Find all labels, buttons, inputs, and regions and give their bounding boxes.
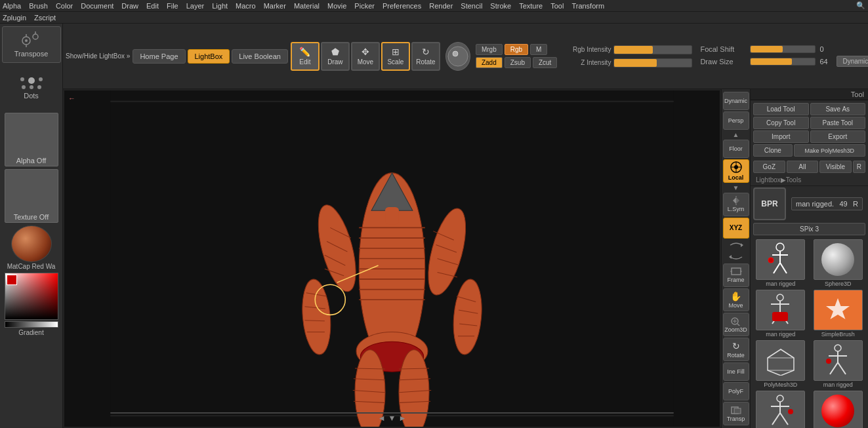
menu-item-render[interactable]: Render xyxy=(429,2,453,10)
lightbox-tools-header[interactable]: Lightbox▶Tools xyxy=(751,174,868,186)
alpha-off-button[interactable]: Alpha Off xyxy=(5,113,58,166)
rotate-view-button[interactable]: ↻ Rotate xyxy=(723,338,749,361)
menu-item-color[interactable]: Color xyxy=(56,2,73,10)
move-button[interactable]: ✥ Move xyxy=(351,42,380,71)
make-polymesh-button[interactable]: Make PolyMesh3D xyxy=(794,144,865,157)
transp-button[interactable]: Transp xyxy=(723,402,749,425)
rgb-button[interactable]: Rgb xyxy=(505,44,528,55)
export-button[interactable]: Export xyxy=(810,130,866,143)
svg-rect-74 xyxy=(734,408,741,414)
move-view-button[interactable]: ✋ Move xyxy=(723,288,749,312)
dynamic-button[interactable]: Dynamic xyxy=(837,56,868,67)
draw-size-track[interactable] xyxy=(750,58,816,66)
xyz-button[interactable]: XYZ xyxy=(723,218,749,239)
texture-off-button[interactable]: Texture Off xyxy=(5,169,58,223)
ine-fill-button[interactable]: Ine Fill xyxy=(723,362,749,381)
frame-button[interactable]: Frame xyxy=(723,263,749,287)
menu-item-texture[interactable]: Texture xyxy=(519,2,543,10)
gradient-bar[interactable] xyxy=(5,321,58,328)
menu-item-material[interactable]: Material xyxy=(294,2,320,10)
brush-circle[interactable] xyxy=(445,42,470,71)
svg-rect-66 xyxy=(732,268,741,275)
focal-area: Focal Shift 0 Draw Size 64 Dynamic xyxy=(700,45,868,67)
menu-item-file[interactable]: File xyxy=(167,2,178,10)
menu-item-zplugin[interactable]: Zplugin xyxy=(3,14,26,22)
save-as-button[interactable]: Save As xyxy=(810,103,866,115)
persp-button[interactable]: Persp xyxy=(723,111,749,130)
draw-size-value: 64 xyxy=(819,58,833,66)
paste-tool-button[interactable]: Paste Tool xyxy=(810,117,866,129)
focal-shift-track[interactable] xyxy=(750,45,816,53)
visible-button[interactable]: Visible xyxy=(819,161,852,173)
menu-item-alpha[interactable]: Alpha xyxy=(3,2,21,10)
z-intensity-track[interactable] xyxy=(613,58,692,68)
local-button[interactable]: Local xyxy=(723,159,749,183)
tool-thumb-polymesh3d[interactable]: PolyMesh3D xyxy=(753,340,808,388)
edit-button[interactable]: ✏️ Edit xyxy=(291,42,320,71)
tool-thumb-man-rigged-1[interactable]: man rigged xyxy=(753,239,808,287)
all-button[interactable]: All xyxy=(787,161,819,173)
lsym-button[interactable]: L.Sym xyxy=(723,193,749,216)
r-button[interactable]: R xyxy=(853,161,865,173)
search-icon[interactable]: 🔍 xyxy=(856,1,865,10)
clone-button[interactable]: Clone xyxy=(753,144,793,157)
draw-icon: ⬟ xyxy=(331,47,339,57)
goz-button[interactable]: GoZ xyxy=(753,161,785,173)
svg-rect-86 xyxy=(772,312,788,321)
bpr-button[interactable]: BPR xyxy=(753,187,786,220)
canvas-row: ← xyxy=(63,89,868,428)
scale-button[interactable]: ⊞ Scale xyxy=(381,42,410,71)
transpose-button[interactable]: Transpose xyxy=(2,26,61,63)
color-picker-area[interactable]: Gradient xyxy=(5,273,58,332)
zsub-button[interactable]: Zsub xyxy=(505,57,531,68)
menu-item-light[interactable]: Light xyxy=(212,2,228,10)
menu-item-stroke[interactable]: Stroke xyxy=(490,2,511,10)
rgb-intensity-track[interactable] xyxy=(613,45,692,54)
menu-item-layer[interactable]: Layer xyxy=(186,2,205,10)
menu-item-stencil[interactable]: Stencil xyxy=(461,2,482,10)
menu-item-brush[interactable]: Brush xyxy=(29,2,48,10)
scroll-down-icon[interactable]: ▼ xyxy=(733,184,739,191)
menu-item-transform[interactable]: Transform xyxy=(571,2,604,10)
menu-item-preferences[interactable]: Preferences xyxy=(382,2,421,10)
polyf-button[interactable]: PolyF xyxy=(723,382,749,400)
tool-thumb-man-rigged-3[interactable]: man rigged xyxy=(811,340,866,388)
tool-thumb-man-rigged-4[interactable]: man rigged xyxy=(753,391,808,428)
dynamic-view-button[interactable]: Dynamic xyxy=(723,92,749,110)
lightbox-button[interactable]: LightBox xyxy=(188,49,230,64)
color-picker-box[interactable] xyxy=(5,273,58,320)
draw-button[interactable]: ⬟ Draw xyxy=(321,42,350,71)
menu-item-tool[interactable]: Tool xyxy=(550,2,564,10)
tool-thumb-man-rigged-2[interactable]: man rigged xyxy=(753,290,808,338)
menu-item-picker[interactable]: Picker xyxy=(354,2,375,10)
man-rigged-row[interactable]: man rigged. 49 R xyxy=(791,197,863,210)
menu-item-macro[interactable]: Macro xyxy=(236,2,256,10)
menu-item-zscript[interactable]: Zscript xyxy=(34,14,56,22)
menu-item-edit[interactable]: Edit xyxy=(146,2,159,10)
scroll-up-icon[interactable]: ▲ xyxy=(733,131,739,138)
zadd-button[interactable]: Zadd xyxy=(476,57,503,68)
menu-item-marker[interactable]: Marker xyxy=(264,2,286,10)
floor-button[interactable]: Floor xyxy=(723,140,749,158)
menu-item-document[interactable]: Document xyxy=(81,2,114,10)
menu-item-draw[interactable]: Draw xyxy=(121,2,138,10)
frame-icon xyxy=(730,267,742,276)
zcut-button[interactable]: Zcut xyxy=(533,57,557,68)
home-page-button[interactable]: Home Page xyxy=(133,49,185,64)
zoom3d-button[interactable]: Zoom3D xyxy=(723,313,749,336)
menu-item-movie[interactable]: Movie xyxy=(327,2,346,10)
tool-thumb-sphere3d[interactable]: Sphere3D xyxy=(811,239,866,287)
m-button[interactable]: M xyxy=(530,44,547,55)
viewport[interactable]: ← xyxy=(63,89,721,428)
spix-button[interactable]: SPix 3 xyxy=(753,223,865,235)
rotate-button[interactable]: ↻ Rotate xyxy=(411,42,440,71)
import-button[interactable]: Import xyxy=(753,130,809,143)
matcap-button[interactable]: MatCap Red Wa xyxy=(5,225,58,270)
show-hide-lightbox-button[interactable]: Show/Hide LightBox » xyxy=(66,52,130,60)
mrgb-button[interactable]: Mrgb xyxy=(476,44,503,55)
tool-thumb-zsphere[interactable]: ZSphere xyxy=(811,391,866,428)
live-boolean-button[interactable]: Live Boolean xyxy=(232,49,288,64)
copy-tool-button[interactable]: Copy Tool xyxy=(753,117,809,129)
tool-thumb-simplebrush[interactable]: SimpleBrush xyxy=(811,290,866,338)
load-tool-button[interactable]: Load Tool xyxy=(753,103,809,115)
